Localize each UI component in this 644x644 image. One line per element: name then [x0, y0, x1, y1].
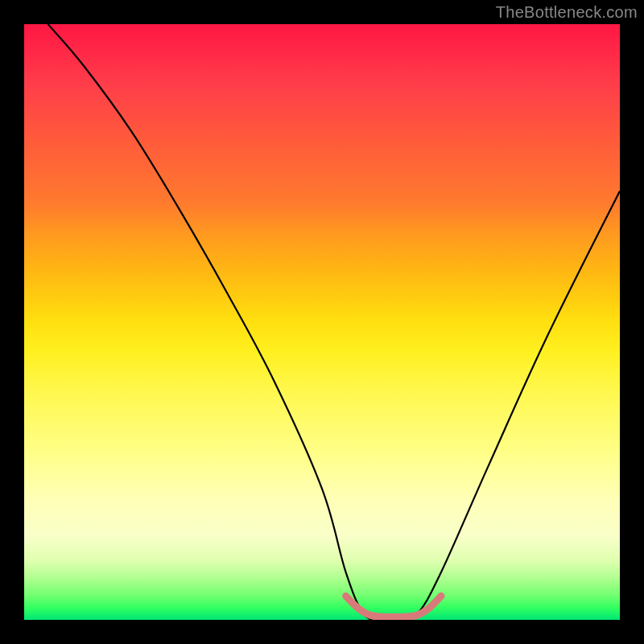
watermark-text: TheBottleneck.com	[496, 3, 638, 22]
plot-area	[24, 24, 620, 620]
gradient-background	[24, 24, 620, 620]
bottleneck-chart: TheBottleneck.com	[0, 0, 644, 644]
